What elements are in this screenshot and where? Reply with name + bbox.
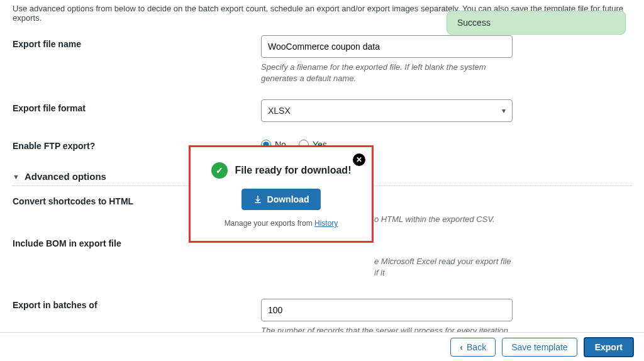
modal-title: File ready for download! xyxy=(235,165,352,176)
export-button-label: Export xyxy=(595,342,623,352)
modal-manage-prefix: Manage your exports from xyxy=(225,219,314,228)
modal-footer: Manage your exports from History xyxy=(203,219,359,228)
chevron-left-icon: ‹ xyxy=(460,342,463,352)
label-export-filename: Export file name xyxy=(13,35,261,49)
export-format-select[interactable]: XLSX ▾ xyxy=(261,99,513,122)
export-filename-input[interactable] xyxy=(261,35,513,58)
close-icon[interactable]: ✕ xyxy=(353,153,365,166)
export-button[interactable]: Export xyxy=(584,337,634,357)
success-toast-text: Success xyxy=(457,18,491,28)
advanced-options-title: Advanced options xyxy=(25,171,106,182)
success-toast: Success xyxy=(447,11,626,35)
row-export-filename: Export file name Specify a filename for … xyxy=(13,29,631,93)
help-export-filename: Specify a filename for the exported file… xyxy=(261,62,513,84)
download-icon xyxy=(253,195,262,204)
back-button-label: Back xyxy=(467,342,486,352)
check-icon: ✓ xyxy=(211,162,228,179)
row-export-format: Export file format XLSX ▾ xyxy=(13,93,631,131)
batches-input[interactable] xyxy=(261,299,513,321)
download-button[interactable]: Download xyxy=(242,189,321,210)
chevron-down-icon: ▾ xyxy=(502,106,506,115)
history-link[interactable]: History xyxy=(314,219,338,228)
export-format-value: XLSX xyxy=(268,106,291,116)
help-include-bom: e Microsoft Excel read your export file … xyxy=(261,256,513,279)
save-template-button-label: Save template xyxy=(511,342,568,352)
download-button-label: Download xyxy=(267,194,309,204)
footer-bar: ‹ Back Save template Export xyxy=(0,332,644,361)
label-batches: Export in batches of xyxy=(13,299,261,310)
save-template-button[interactable]: Save template xyxy=(502,338,577,357)
label-export-format: Export file format xyxy=(13,99,261,113)
caret-down-icon: ▼ xyxy=(13,173,19,181)
back-button[interactable]: ‹ Back xyxy=(450,338,496,357)
download-modal: ✕ ✓ File ready for download! Download Ma… xyxy=(189,145,374,243)
